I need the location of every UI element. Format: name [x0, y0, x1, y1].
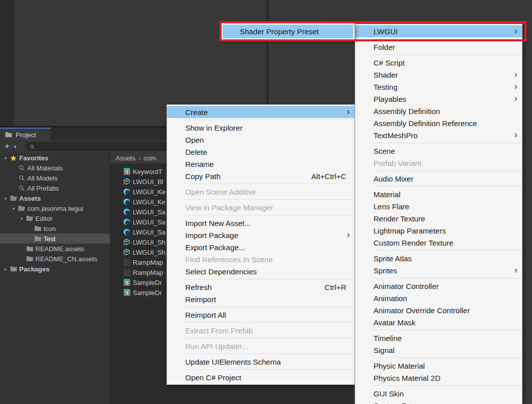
- menu-item-import-package[interactable]: Import Package›: [167, 229, 354, 241]
- menu-item-custom-font[interactable]: Custom Font: [355, 399, 522, 404]
- menu-item-audio-mixer[interactable]: Audio Mixer: [355, 172, 522, 185]
- menu-item-run-api-updater[interactable]: Run API Updater...: [167, 340, 354, 352]
- menu-item-open-c-project[interactable]: Open C# Project: [167, 371, 354, 383]
- menu-item-lwgui[interactable]: LWGUI›: [355, 25, 522, 37]
- menu-item-signal[interactable]: Signal: [355, 344, 522, 356]
- menu-item-lens-flare[interactable]: Lens Flare: [355, 200, 522, 212]
- menu-item-lightmap-parameters[interactable]: Lightmap Parameters: [355, 224, 522, 237]
- tree-item-editor[interactable]: ▾Editor: [0, 213, 110, 223]
- breadcrumb-current[interactable]: com.: [143, 154, 157, 162]
- menu-item-render-texture[interactable]: Render Texture: [355, 212, 522, 224]
- expand-arrow-icon[interactable]: ▾: [10, 206, 17, 211]
- menu-item-physic-material[interactable]: Physic Material: [355, 360, 522, 372]
- tree-item-favorites[interactable]: ▾Favorites: [0, 153, 110, 163]
- menu-item-find-references-in-scene[interactable]: Find References In Scene: [167, 253, 354, 265]
- tree-item-icon[interactable]: Icon: [0, 223, 110, 234]
- add-asset-button[interactable]: +: [3, 141, 12, 153]
- menu-item-testing[interactable]: Testing›: [355, 81, 522, 93]
- menu-item-shader[interactable]: Shader›: [355, 69, 522, 81]
- menu-item-label: Copy Path: [185, 172, 221, 181]
- menu-item-animation[interactable]: Animation: [355, 292, 522, 304]
- menu-item-reimport-all[interactable]: Reimport All: [167, 309, 354, 321]
- shader-variant-icon: {}: [123, 249, 131, 256]
- tree-item-all-models[interactable]: All Models: [0, 173, 110, 183]
- submenu-arrow-icon: ›: [514, 70, 517, 79]
- menu-item-physics-material-2d[interactable]: Physics Material 2D: [355, 372, 522, 384]
- menu-item-copy-path[interactable]: Copy PathAlt+Ctrl+C: [167, 170, 354, 182]
- menu-item-import-new-asset[interactable]: Import New Asset...: [167, 217, 354, 229]
- menu-item-show-in-explorer[interactable]: Show in Explorer: [167, 122, 354, 134]
- search-icon: [30, 142, 35, 151]
- menu-item-update-uielements-schema[interactable]: Update UIElements Schema: [167, 356, 354, 368]
- tree-item-readme-cn-assets[interactable]: README_CN.assets: [0, 254, 110, 264]
- menu-separator: [372, 330, 521, 330]
- menu-item-label: Signal: [374, 346, 395, 355]
- svg-text:{}: {}: [124, 252, 127, 256]
- tab-project[interactable]: Project: [0, 128, 50, 141]
- folder-open-icon: [25, 215, 34, 222]
- expand-arrow-icon[interactable]: ▾: [18, 216, 25, 221]
- tree-item-com-jasonma-lwgui[interactable]: ▾com.jasonma.lwgui: [0, 203, 110, 213]
- menu-item-open[interactable]: Open: [167, 134, 354, 146]
- menu-item-animator-override-controller[interactable]: Animator Override Controller: [355, 304, 522, 316]
- menu-item-refresh[interactable]: RefreshCtrl+R: [167, 281, 354, 293]
- breadcrumb-root[interactable]: Assets: [116, 154, 135, 162]
- tree-item-label: Test: [43, 235, 56, 243]
- menu-item-timeline[interactable]: Timeline: [355, 332, 522, 344]
- menu-item-view-in-package-manager[interactable]: View in Package Manager: [167, 201, 354, 213]
- menu-item-assembly-definition[interactable]: Assembly Definition: [355, 105, 522, 117]
- menu-item-delete[interactable]: Delete: [167, 146, 354, 158]
- menu-item-extract-from-prefab[interactable]: Extract From Prefab: [167, 324, 354, 336]
- tree-item-all-prefabs[interactable]: All Prefabs: [0, 183, 110, 193]
- menu-separator: [184, 215, 353, 215]
- menu-item-folder[interactable]: Folder: [355, 41, 522, 53]
- menu-item-label: Show in Explorer: [185, 124, 242, 132]
- menu-item-animator-controller[interactable]: Animator Controller: [355, 280, 522, 292]
- menu-item-sprites[interactable]: Sprites›: [355, 264, 522, 276]
- menu-item-sprite-atlas[interactable]: Sprite Atlas: [355, 252, 522, 264]
- menu-item-reimport[interactable]: Reimport: [167, 293, 354, 305]
- tree-item-label: Favorites: [19, 154, 48, 162]
- menu-item-textmeshpro[interactable]: TextMeshPro›: [355, 129, 522, 141]
- tree-item-readme-assets[interactable]: README.assets: [0, 244, 110, 254]
- tree-item-all-materials[interactable]: All Materials: [0, 163, 110, 173]
- menu-item-material[interactable]: Material: [355, 188, 522, 200]
- menu-item-scene[interactable]: Scene: [355, 145, 522, 157]
- menu-item-assembly-definition-reference[interactable]: Assembly Definition Reference: [355, 117, 522, 129]
- tree-item-test[interactable]: Test: [0, 234, 110, 244]
- expand-arrow-icon[interactable]: ▾: [2, 196, 9, 201]
- menu-item-avatar-mask[interactable]: Avatar Mask: [355, 316, 522, 328]
- menu-item-label: Prefab Variant: [374, 159, 421, 167]
- menu-item-shader-property-preset[interactable]: Shader Property Preset: [223, 25, 353, 38]
- menu-separator: [372, 54, 521, 55]
- folder-icon: [33, 225, 42, 233]
- menu-item-custom-render-texture[interactable]: Custom Render Texture: [355, 237, 522, 249]
- menu-item-label: Reimport: [185, 295, 216, 304]
- folder-icon: [33, 235, 42, 243]
- menu-item-c-script[interactable]: C# Script: [355, 56, 522, 69]
- folder-icon: [9, 265, 18, 273]
- menu-separator: [372, 39, 521, 39]
- tree-item-label: All Prefabs: [27, 185, 59, 192]
- menu-item-export-package[interactable]: Export Package...: [167, 241, 354, 253]
- tree-item-packages[interactable]: ▸Packages: [0, 264, 110, 274]
- menu-item-prefab-variant[interactable]: Prefab Variant: [355, 157, 522, 169]
- menu-item-open-scene-additive[interactable]: Open Scene Additive: [167, 186, 354, 198]
- collapse-arrow-icon[interactable]: ▸: [2, 266, 9, 272]
- menu-item-gui-skin[interactable]: GUI Skin: [355, 387, 522, 399]
- expand-arrow-icon[interactable]: ▾: [2, 155, 9, 161]
- file-item-label: LWGUI_Sa: [133, 208, 166, 216]
- dropdown-caret-icon[interactable]: ▾: [12, 141, 18, 153]
- submenu-arrow-icon: ›: [514, 82, 517, 91]
- menu-separator: [372, 385, 521, 386]
- menu-separator: [372, 250, 521, 251]
- menu-item-select-dependencies[interactable]: Select Dependencies: [167, 265, 354, 277]
- menu-item-playables[interactable]: Playables›: [355, 93, 522, 105]
- file-item-label: RampMap: [133, 259, 163, 266]
- menu-separator: [372, 143, 521, 143]
- folder-icon: [25, 255, 34, 263]
- menu-item-create[interactable]: Create›: [167, 106, 354, 118]
- menu-item-rename[interactable]: Rename: [167, 158, 354, 170]
- menu-item-label: Animator Override Controller: [374, 306, 470, 315]
- tree-item-assets[interactable]: ▾Assets: [0, 193, 110, 203]
